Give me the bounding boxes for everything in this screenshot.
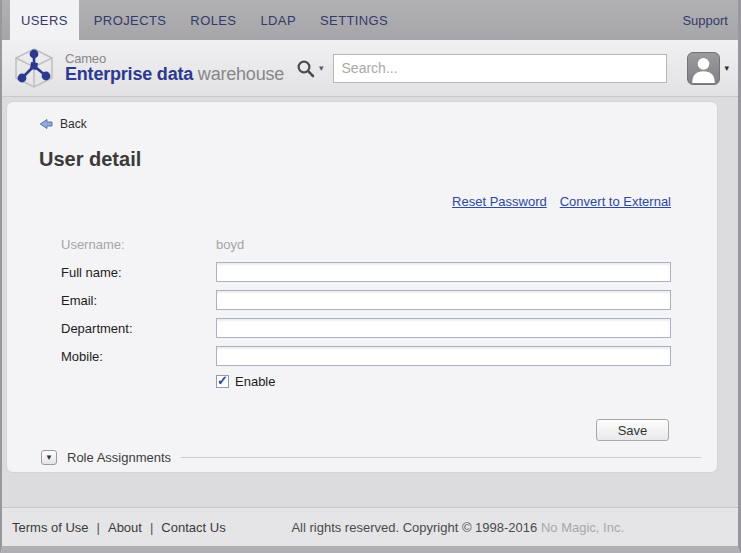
header-bar: Cameo Enterprise data warehouse ▾ ▾ [2, 40, 738, 97]
app-window: USERS PROJECTS ROLES LDAP SETTINGS Suppo… [0, 0, 741, 553]
search-scope-button[interactable]: ▾ [296, 59, 324, 78]
mobile-row: Mobile: [7, 346, 717, 366]
logo-product-light: warehouse [193, 64, 284, 84]
actions-row: Reset Password Convert to External [7, 194, 671, 209]
enable-label: Enable [235, 374, 275, 389]
back-arrow-icon [39, 118, 53, 130]
role-assignments-title: Role Assignments [67, 450, 171, 465]
save-row: Save [7, 419, 669, 441]
search-caret-icon: ▾ [319, 64, 324, 73]
department-label: Department: [61, 321, 216, 336]
copyright-text: All rights reserved. Copyright © 1998-20… [291, 520, 624, 535]
search-input[interactable] [333, 54, 667, 83]
app-logo: Cameo Enterprise data warehouse [12, 47, 290, 89]
enable-checkbox[interactable] [216, 375, 229, 388]
department-row: Department: [7, 318, 717, 338]
back-label: Back [60, 117, 87, 131]
email-row: Email: [7, 290, 717, 310]
username-label: Username: [61, 237, 216, 252]
email-label: Email: [61, 293, 216, 308]
nav-tabs: USERS PROJECTS ROLES LDAP SETTINGS [2, 0, 400, 40]
username-row: Username: boyd [7, 234, 717, 254]
mobile-input[interactable] [216, 346, 671, 366]
logo-icon [12, 47, 56, 89]
department-input[interactable] [216, 318, 671, 338]
enable-row: Enable [216, 374, 717, 389]
terms-of-use-link[interactable]: Terms of Use [12, 520, 89, 535]
fullname-row: Full name: [7, 262, 717, 282]
top-navigation: USERS PROJECTS ROLES LDAP SETTINGS Suppo… [2, 0, 738, 40]
copyright-main: All rights reserved. Copyright © 1998-20… [291, 520, 537, 535]
fullname-label: Full name: [61, 265, 216, 280]
support-link[interactable]: Support [682, 0, 738, 40]
avatar [687, 52, 720, 85]
reset-password-link[interactable]: Reset Password [452, 194, 547, 209]
person-icon [688, 53, 719, 84]
back-link[interactable]: Back [7, 102, 97, 131]
role-assignments-section: ▼ Role Assignments [41, 450, 701, 465]
user-detail-panel: Back User detail Reset Password Convert … [6, 101, 718, 473]
footer-separator: | [97, 520, 100, 535]
tab-users[interactable]: USERS [10, 0, 79, 40]
search-icon [296, 59, 315, 78]
save-button[interactable]: Save [596, 419, 669, 441]
section-divider [181, 457, 701, 458]
logo-brand: Cameo [65, 52, 284, 66]
convert-to-external-link[interactable]: Convert to External [560, 194, 671, 209]
logo-product-bold: Enterprise data [65, 64, 193, 84]
about-link[interactable]: About [108, 520, 142, 535]
content-area: Back User detail Reset Password Convert … [2, 97, 738, 507]
username-value: boyd [216, 237, 244, 252]
tab-ldap[interactable]: LDAP [251, 0, 305, 40]
role-assignments-toggle[interactable]: ▼ [41, 450, 57, 465]
tab-projects[interactable]: PROJECTS [85, 0, 176, 40]
mobile-label: Mobile: [61, 349, 216, 364]
user-menu-caret-icon: ▾ [724, 64, 729, 73]
page-title: User detail [39, 148, 717, 171]
email-input[interactable] [216, 290, 671, 310]
tab-roles[interactable]: ROLES [181, 0, 245, 40]
user-form: Username: boyd Full name: Email: Departm… [7, 234, 717, 441]
tab-settings[interactable]: SETTINGS [311, 0, 397, 40]
user-menu-button[interactable]: ▾ [687, 52, 729, 85]
footer-separator: | [150, 520, 153, 535]
logo-text: Cameo Enterprise data warehouse [65, 52, 284, 85]
footer-links: Terms of Use | About | Contact Us [12, 520, 226, 535]
footer-bar: Terms of Use | About | Contact Us All ri… [2, 507, 738, 546]
contact-us-link[interactable]: Contact Us [161, 520, 225, 535]
copyright-company: No Magic, Inc. [541, 520, 624, 535]
fullname-input[interactable] [216, 262, 671, 282]
